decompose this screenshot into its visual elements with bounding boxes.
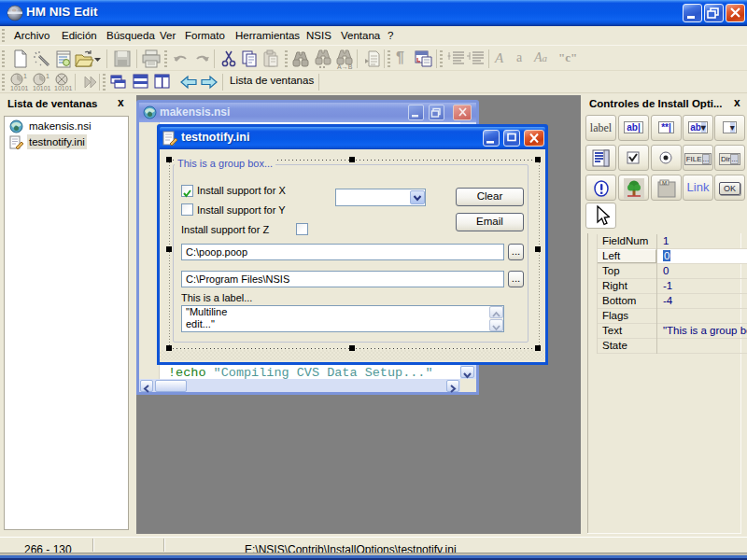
svg-text:10101: 10101 — [54, 85, 73, 91]
svg-text:1: 1 — [46, 73, 49, 79]
svg-text:1: 1 — [23, 73, 27, 79]
svg-text:M: M — [662, 180, 667, 186]
svg-text:10101: 10101 — [10, 85, 29, 91]
svg-text:10101: 10101 — [33, 85, 51, 91]
svg-text:A→B: A→B — [337, 63, 353, 69]
